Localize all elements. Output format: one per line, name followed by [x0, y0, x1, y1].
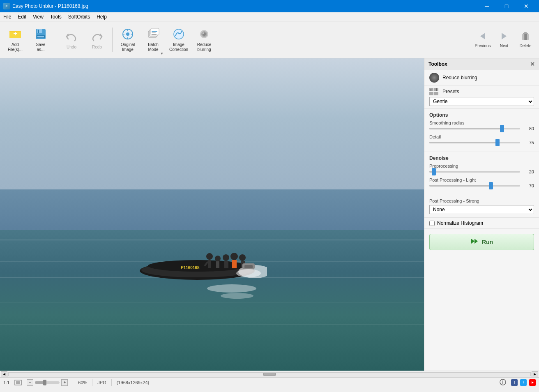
delete-button[interactable]: Delete [515, 24, 536, 54]
post-strong-section: Post Processing - Strong None Light Norm… [424, 195, 539, 218]
scroll-track[interactable] [8, 372, 531, 376]
post-light-container: 70 [429, 183, 534, 188]
options-title: Options [429, 112, 534, 118]
post-light-label: Post Processing - Light [429, 178, 534, 182]
menu-view[interactable]: View [30, 13, 47, 21]
smoothing-radius-fill [429, 128, 502, 129]
menu-help[interactable]: Help [93, 13, 110, 21]
preprocessing-value: 20 [523, 169, 534, 174]
svg-text:P1160168: P1160168 [181, 265, 200, 270]
zoom-label: 1:1 [3, 380, 9, 385]
preprocessing-track[interactable] [429, 171, 520, 173]
statusbar: 1:1 − + 60% JPG (1968x1269x24) i f t [0, 377, 539, 387]
maximize-button[interactable]: □ [497, 0, 516, 12]
twitter-icon[interactable]: t [520, 379, 527, 386]
fit-icon-area[interactable] [14, 380, 22, 385]
zoom-out-button[interactable]: − [27, 379, 33, 386]
preprocessing-thumb[interactable] [432, 168, 436, 175]
image-dimensions: (1968x1269x24) [117, 380, 150, 385]
smoothing-radius-row: Smoothing radius 80 [429, 120, 534, 131]
normalize-checkbox[interactable] [429, 221, 435, 226]
youtube-icon[interactable] [529, 379, 536, 386]
menu-softorbits[interactable]: SoftOrbits [65, 13, 93, 21]
facebook-icon[interactable]: f [511, 379, 518, 386]
post-light-thumb[interactable] [489, 182, 493, 189]
fit-icon [14, 380, 22, 385]
zoom-slider-thumb[interactable] [43, 380, 46, 385]
save-as-label: Saveas... [36, 42, 46, 52]
original-image-label: OriginalImage [121, 42, 135, 52]
close-button[interactable]: ✕ [517, 0, 536, 12]
svg-rect-7 [38, 30, 39, 33]
toolbar-right: Previous Next Delete [469, 23, 536, 55]
image-correction-button[interactable]: ImageCorrection [167, 24, 191, 56]
social-icons: f t [511, 379, 536, 386]
next-button[interactable]: Next [494, 24, 514, 54]
titlebar: P Easy Photo Unblur - P1160168.jpg ─ □ ✕ [0, 0, 539, 12]
menu-tools[interactable]: Tools [47, 13, 65, 21]
photo-background: P1160168 [0, 58, 424, 371]
reduce-blurring-toolbar-button[interactable]: Reduceblurring [192, 24, 216, 56]
post-light-track[interactable] [429, 185, 520, 187]
save-as-button[interactable]: Saveas... [29, 24, 53, 56]
save-icon [34, 28, 47, 41]
detail-track[interactable] [429, 142, 520, 143]
batch-mode-button[interactable]: BatchMode [141, 24, 165, 56]
original-icon [121, 28, 134, 41]
image-area[interactable]: P1160168 [0, 58, 424, 371]
svg-rect-9 [37, 36, 44, 37]
svg-rect-64 [16, 381, 20, 384]
undo-button[interactable]: Undo [60, 24, 83, 56]
zoom-slider-track[interactable] [35, 381, 60, 384]
reduce-blurring-row: Reduce blurring [424, 70, 539, 85]
scroll-thumb[interactable] [263, 373, 276, 376]
next-icon [498, 30, 511, 43]
presets-row: Presets Gentle Normal Strong Custom [424, 85, 539, 109]
previous-button[interactable]: Previous [472, 24, 493, 54]
svg-marker-29 [502, 33, 507, 39]
run-button[interactable]: Run [429, 234, 534, 250]
toolbox-close-button[interactable]: ✕ [530, 61, 535, 67]
expand-arrow[interactable]: ▼ [160, 52, 164, 55]
reduce-blurring-toolbar-label: Reduceblurring [197, 42, 211, 52]
scroll-right-arrow[interactable]: ▶ [532, 371, 538, 377]
smoothing-radius-track[interactable] [429, 128, 520, 129]
menubar: File Edit View Tools SoftOrbits Help [0, 12, 539, 21]
svg-text:i: i [502, 380, 504, 385]
post-strong-select[interactable]: None Light Normal Strong [429, 205, 534, 214]
normalize-label[interactable]: Normalize Histogram [437, 220, 483, 226]
menu-file[interactable]: File [0, 13, 14, 21]
scroll-left-arrow[interactable]: ◀ [1, 371, 7, 377]
presets-select[interactable]: Gentle Normal Strong Custom [429, 97, 534, 106]
image-correction-label: ImageCorrection [169, 42, 188, 52]
correction-icon [172, 28, 185, 41]
water-line-5 [0, 324, 424, 325]
horizontal-scrollbar[interactable]: ◀ ▶ [0, 371, 539, 377]
next-label: Next [500, 44, 509, 48]
redo-button[interactable]: Redo [85, 24, 109, 56]
main-area: P1160168 [0, 58, 539, 371]
original-image-button[interactable]: OriginalImage [116, 24, 140, 56]
zoom-in-button[interactable]: + [61, 379, 68, 386]
smoothing-radius-label: Smoothing radius [429, 120, 534, 125]
svg-rect-22 [152, 34, 157, 35]
minimize-button[interactable]: ─ [477, 0, 496, 12]
delete-icon [519, 30, 532, 43]
toolbar-separator-2 [112, 28, 113, 52]
svg-rect-43 [208, 260, 211, 268]
app-title: Easy Photo Unblur - P1160168.jpg [12, 3, 88, 9]
preprocessing-label: Preprocessing [429, 164, 534, 168]
detail-thumb[interactable] [495, 139, 500, 146]
detail-label: Detail [429, 134, 534, 139]
svg-point-12 [126, 32, 129, 36]
smoothing-radius-value: 80 [523, 126, 534, 131]
file-format: JPG [97, 380, 106, 385]
post-strong-label: Post Processing - Strong [429, 198, 534, 203]
menu-edit[interactable]: Edit [14, 13, 30, 21]
add-files-button[interactable]: AddFile(s)... [3, 24, 27, 56]
detail-fill [429, 142, 498, 143]
smoothing-radius-thumb[interactable] [500, 125, 504, 132]
svg-point-27 [203, 32, 204, 34]
info-icon[interactable]: i [500, 379, 506, 386]
svg-marker-28 [480, 33, 485, 39]
